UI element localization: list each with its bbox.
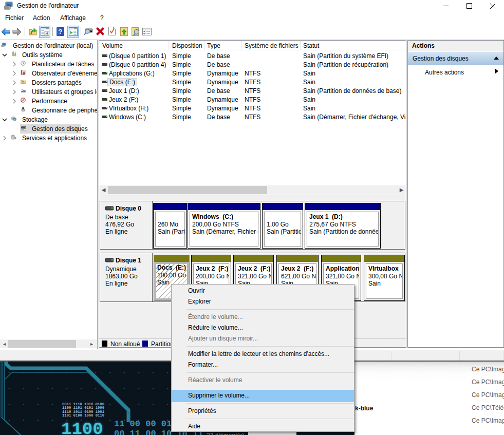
svg-text:?: ? — [59, 28, 63, 35]
svg-text:!: ! — [24, 72, 24, 74]
